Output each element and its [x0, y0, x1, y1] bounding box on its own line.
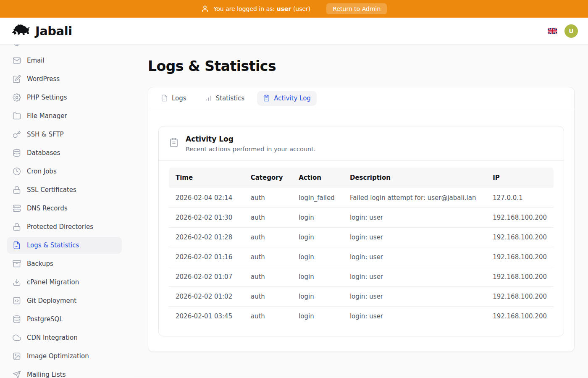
table-header-row: TimeCategoryActionDescriptionIP [169, 168, 554, 188]
table-body: 2026-02-04 02:14authlogin_failedFailed l… [169, 188, 554, 326]
sidebar-item-label: Cron Jobs [27, 168, 57, 175]
sidebar-item-protected-directories[interactable]: Protected Directories [7, 218, 122, 235]
cell-ip: 127.0.0.1 [486, 188, 554, 208]
sidebar-item-cdn-integration[interactable]: CDN Integration [7, 329, 122, 346]
sidebar-item-file-manager[interactable]: File Manager [7, 108, 122, 124]
cell-time: 2026-02-02 01:28 [169, 228, 244, 247]
table-row: 2026-02-02 01:07authloginlogin: user192.… [169, 267, 554, 287]
sidebar-item-ssh-sftp[interactable]: SSH & SFTP [7, 126, 122, 143]
sidebar-item-git-deployment[interactable]: Git Deployment [7, 292, 122, 309]
footer-divider [134, 376, 588, 378]
sidebar-item-label: SSH & SFTP [27, 131, 64, 138]
tab-label: Statistics [216, 94, 245, 102]
cell-category: auth [244, 287, 292, 307]
database-icon [13, 149, 21, 157]
sidebar-item-label: PostgreSQL [27, 315, 63, 323]
sidebar-item-label: SSL Certificates [27, 186, 76, 194]
column-header-time: Time [169, 168, 244, 188]
clipboard-icon [263, 94, 270, 102]
cell-time: 2026-02-02 01:07 [169, 267, 244, 287]
server-icon [13, 204, 21, 213]
sidebar-item-cpanel-migration[interactable]: cPanel Migration [7, 274, 122, 291]
app-header: Jabali U [0, 18, 588, 45]
cell-category: auth [244, 188, 292, 208]
cell-category: auth [244, 208, 292, 228]
sidebar-item-mailing-lists[interactable]: Mailing Lists [7, 366, 122, 378]
sidebar-item-hidden-item[interactable] [7, 45, 122, 50]
gear-icon [13, 93, 21, 102]
sidebar-item-postgresql[interactable]: PostgreSQL [7, 311, 122, 328]
tab-statistics[interactable]: Statistics [199, 91, 251, 106]
sidebar-item-label: Email [27, 57, 45, 64]
cell-time: 2026-02-02 01:16 [169, 247, 244, 267]
sidebar-item-label: Logs & Statistics [27, 242, 79, 249]
sidebar-item-wordpress[interactable]: WordPress [7, 71, 122, 87]
sidebar-item-label: Mailing Lists [27, 371, 66, 378]
avatar[interactable]: U [564, 24, 578, 38]
cell-ip: 192.168.100.200 [486, 287, 554, 307]
clock-icon [13, 167, 21, 176]
cell-category: auth [244, 307, 292, 326]
table-row: 2026-02-02 01:28authloginlogin: user192.… [169, 228, 554, 247]
cell-ip: 192.168.100.200 [486, 228, 554, 247]
page-title: Logs & Statistics [148, 58, 575, 74]
sidebar-item-php-settings[interactable]: PHP Settings [7, 89, 122, 106]
uk-flag-icon[interactable] [548, 28, 557, 34]
sidebar-item-label: Image Optimization [27, 352, 89, 360]
download-icon [13, 278, 21, 286]
sidebar-item-cron-jobs[interactable]: Cron Jobs [7, 163, 122, 180]
sidebar-item-databases[interactable]: Databases [7, 144, 122, 161]
cell-category: auth [244, 247, 292, 267]
cloud-icon [13, 333, 21, 342]
panel-title: Activity Log [186, 135, 316, 143]
table-row: 2026-02-02 01:02authloginlogin: user192.… [169, 287, 554, 307]
user-icon [201, 5, 209, 13]
cell-action: login [292, 208, 343, 228]
table-row: 2026-02-02 01:30authloginlogin: user192.… [169, 208, 554, 228]
tab-label: Activity Log [274, 94, 311, 102]
sidebar-item-dns-records[interactable]: DNS Records [7, 200, 122, 217]
sidebar-item-email[interactable]: Email [7, 52, 122, 69]
globe-icon [13, 45, 21, 46]
cell-action: login [292, 307, 343, 326]
sidebar-item-label: PHP Settings [27, 94, 67, 101]
cell-category: auth [244, 267, 292, 287]
cell-ip: 192.168.100.200 [486, 267, 554, 287]
column-header-description: Description [343, 168, 486, 188]
sidebar-item-label: DNS Records [27, 205, 68, 212]
tab-logs[interactable]: Logs [155, 91, 192, 106]
table-row: 2026-02-02 01:16authloginlogin: user192.… [169, 247, 554, 267]
lock-icon [13, 223, 21, 231]
cell-action: login_failed [292, 188, 343, 208]
main-content: Logs & Statistics LogsStatisticsActivity… [134, 45, 588, 378]
cell-description: login: user [343, 287, 486, 307]
cell-time: 2026-02-02 01:02 [169, 287, 244, 307]
tab-activity-log[interactable]: Activity Log [257, 91, 317, 106]
sidebar-item-backups[interactable]: Backups [7, 255, 122, 272]
database-icon [13, 315, 21, 323]
brand-logo[interactable]: Jabali [11, 23, 72, 39]
tab-bar: LogsStatisticsActivity Log [148, 87, 574, 109]
sidebar-item-ssl-certificates[interactable]: SSL Certificates [7, 181, 122, 198]
sidebar-item-label: WordPress [27, 75, 60, 83]
edit-icon [13, 75, 21, 83]
folder-icon [13, 112, 21, 120]
lock-icon [13, 186, 21, 194]
image-icon [13, 352, 21, 360]
cell-description: login: user [343, 247, 486, 267]
sidebar-item-label: Backups [27, 260, 53, 268]
mail-icon [13, 56, 21, 65]
clipboard-icon [169, 137, 179, 147]
return-to-admin-button[interactable]: Return to Admin [326, 3, 387, 14]
logs-card: LogsStatisticsActivity Log Activity Log … [148, 87, 575, 352]
activity-log-table: TimeCategoryActionDescriptionIP 2026-02-… [169, 168, 554, 326]
column-header-ip: IP [486, 168, 554, 188]
sidebar-item-image-optimization[interactable]: Image Optimization [7, 348, 122, 365]
sidebar-item-logs-statistics[interactable]: Logs & Statistics [7, 237, 122, 254]
cell-action: login [292, 287, 343, 307]
code-icon [13, 297, 21, 305]
cell-description: login: user [343, 228, 486, 247]
impersonation-banner: You are logged in as: user (user) Return… [0, 0, 588, 18]
sidebar: EmailWordPressPHP SettingsFile ManagerSS… [0, 45, 134, 378]
cell-description: login: user [343, 208, 486, 228]
